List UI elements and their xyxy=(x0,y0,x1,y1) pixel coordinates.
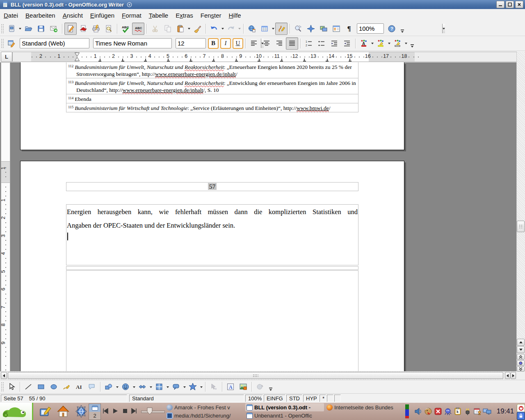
zoom-combo-arrow[interactable] xyxy=(442,24,445,33)
draw-functions-button[interactable] xyxy=(275,23,288,35)
basic-shapes-dropdown[interactable] xyxy=(115,381,119,392)
bold-button[interactable]: B xyxy=(208,38,219,49)
pager-desktop-2[interactable]: 2 xyxy=(89,412,100,420)
freeform-line-button[interactable] xyxy=(60,381,73,393)
symbol-shapes-button[interactable] xyxy=(119,381,132,393)
status-selection-mode-cell[interactable]: STD xyxy=(286,395,302,402)
toolbar-handle[interactable] xyxy=(1,39,4,48)
symbol-shapes-dropdown[interactable] xyxy=(132,381,136,392)
decrease-indent-button[interactable] xyxy=(328,37,340,50)
organizer-tray-icon[interactable] xyxy=(472,406,482,416)
align-left-button[interactable] xyxy=(248,37,260,50)
page-2[interactable]: 57 Energien herausgeben kann, wie fehler… xyxy=(20,161,404,371)
help-button[interactable]: ? xyxy=(386,23,398,35)
print-button[interactable] xyxy=(90,23,102,35)
media-stop-button[interactable] xyxy=(121,406,130,416)
media-position-slider[interactable] xyxy=(141,411,165,413)
horizontal-ruler[interactable]: 21123456789101112131415161718 xyxy=(12,52,517,62)
lock-screen-button[interactable] xyxy=(517,412,525,420)
save-button[interactable] xyxy=(35,23,47,35)
background-color-dropdown[interactable] xyxy=(404,38,408,49)
home-folder-launcher[interactable] xyxy=(56,404,71,419)
insert-picture-button[interactable] xyxy=(237,381,249,393)
scroll-down-step-button[interactable] xyxy=(517,346,525,353)
status-page-cell[interactable]: Seite 57 55 / 90 xyxy=(1,395,127,402)
block-arrows-dropdown[interactable] xyxy=(149,381,153,392)
text-box-button[interactable]: AI xyxy=(73,381,85,393)
menu-datei[interactable]: Datei xyxy=(0,10,22,21)
align-right-button[interactable] xyxy=(273,37,285,50)
status-zoom-cell[interactable]: 100% xyxy=(245,395,263,402)
callout-button[interactable] xyxy=(86,381,98,393)
footnote-area-frame[interactable] xyxy=(66,270,358,371)
numbered-list-button[interactable]: 12 xyxy=(303,37,315,50)
paste-button[interactable] xyxy=(174,23,187,35)
page-preview-button[interactable] xyxy=(103,23,115,35)
toolbar-overflow-button[interactable] xyxy=(268,381,273,392)
tab-type-selector[interactable]: L xyxy=(1,52,12,62)
previous-page-button[interactable] xyxy=(517,354,525,360)
font-name-input[interactable] xyxy=(94,40,178,47)
media-next-button[interactable] xyxy=(130,406,139,416)
page-header-frame[interactable]: 57 xyxy=(66,182,358,191)
background-color-button[interactable] xyxy=(391,37,404,50)
font-color-dropdown[interactable] xyxy=(370,38,374,49)
toolbar-handle[interactable] xyxy=(1,24,4,34)
footnote-112[interactable]: 112Bundesministerium für Umwelt, Natursc… xyxy=(66,62,358,78)
page-number-field[interactable]: 57 xyxy=(208,183,217,190)
paste-dropdown[interactable] xyxy=(187,23,191,34)
paragraph-style-input[interactable] xyxy=(20,40,105,47)
zoom-combo[interactable] xyxy=(357,23,384,34)
copy-button[interactable] xyxy=(162,23,174,35)
paragraph-style-combo[interactable] xyxy=(20,38,89,48)
callouts-shapes-button[interactable] xyxy=(170,381,182,393)
close-red-tray-icon[interactable] xyxy=(433,406,443,416)
dual-display-tray-icon[interactable] xyxy=(482,406,492,416)
minimize-button[interactable] xyxy=(496,1,504,8)
callouts-dropdown[interactable] xyxy=(183,381,186,392)
open-button[interactable] xyxy=(22,23,34,35)
next-page-button[interactable] xyxy=(517,366,525,372)
status-modified-cell[interactable]: * xyxy=(320,395,326,402)
taskbar-window-firefox[interactable]: Internetseite des Bundes xyxy=(325,403,404,411)
find-replace-button[interactable] xyxy=(292,23,304,35)
menu-format[interactable]: Format xyxy=(118,10,145,21)
gallery-button[interactable] xyxy=(317,23,330,35)
data-sources-button[interactable] xyxy=(330,23,342,35)
select-button[interactable] xyxy=(5,381,18,393)
scroll-left-step-button[interactable] xyxy=(505,372,510,379)
note-editor-launcher[interactable] xyxy=(38,404,52,419)
nonprinting-characters-button[interactable]: ¶ xyxy=(343,23,355,35)
font-name-combo[interactable] xyxy=(93,38,172,48)
status-style-cell[interactable]: Standard xyxy=(129,395,244,402)
font-size-combo[interactable] xyxy=(176,38,206,48)
ellipse-button[interactable] xyxy=(48,381,60,393)
titlebar[interactable]: BLL (version 0.3).odt - OpenOffice.org W… xyxy=(0,0,525,9)
align-justify-button[interactable] xyxy=(286,37,298,50)
insert-table-dropdown[interactable] xyxy=(271,23,275,34)
flowcharts-button[interactable] xyxy=(153,381,165,393)
navigator-button[interactable] xyxy=(305,23,317,35)
spellcheck-button[interactable]: ABC xyxy=(119,23,132,35)
taskbar-window-amarok[interactable]: Amarok - Frohes Fest v xyxy=(165,403,244,411)
toolbar-overflow-button[interactable] xyxy=(410,38,415,49)
media-play-button[interactable] xyxy=(111,406,120,416)
scroll-right-step-button[interactable] xyxy=(511,372,516,379)
panel-clock[interactable]: 19:41 xyxy=(495,403,516,420)
volume-tray-icon[interactable] xyxy=(413,406,423,416)
redo-button[interactable] xyxy=(225,23,237,35)
klipper-tray-icon[interactable]: k xyxy=(453,406,463,416)
italic-button[interactable]: I xyxy=(220,38,231,49)
empty-frame[interactable] xyxy=(66,266,358,270)
redo-dropdown[interactable] xyxy=(237,23,241,34)
edit-points-button[interactable] xyxy=(208,381,220,393)
scroll-up-step-button[interactable] xyxy=(517,339,525,346)
page-1[interactable]: 112Bundesministerium für Umwelt, Natursc… xyxy=(20,62,404,150)
desktop-pager[interactable]: 2 xyxy=(89,404,101,420)
status-hyperlink-mode-cell[interactable]: HYP xyxy=(303,395,319,402)
format-paintbrush-button[interactable] xyxy=(191,23,203,35)
hyperlink-button[interactable] xyxy=(246,23,258,35)
taskbar-window-writer[interactable]: BLL (version 0.3).odt - xyxy=(245,403,324,411)
undo-dropdown[interactable] xyxy=(221,23,224,34)
menu-einfügen[interactable]: Einfügen xyxy=(87,10,118,21)
